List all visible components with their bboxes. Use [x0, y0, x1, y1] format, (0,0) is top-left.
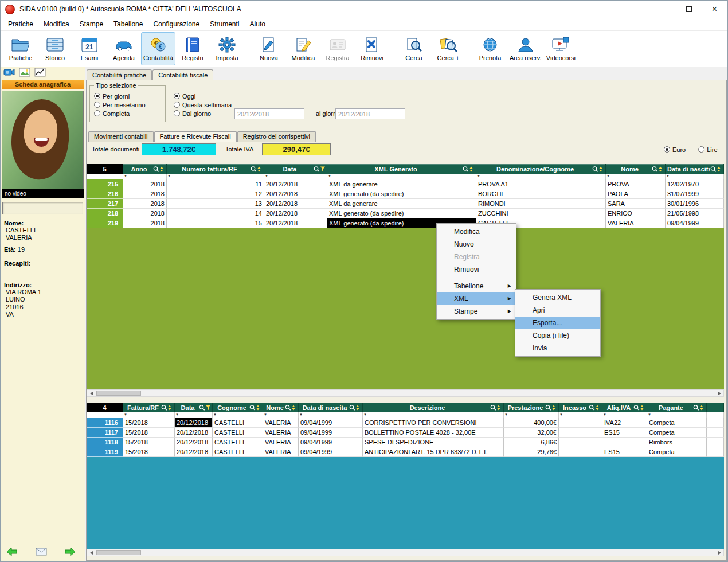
- radio-per-mese-anno[interactable]: Per mese/anno: [94, 100, 146, 109]
- cell[interactable]: 09/04/1999: [299, 418, 363, 428]
- cell[interactable]: 14: [167, 209, 264, 218]
- cell[interactable]: 20/12/2018: [175, 438, 213, 447]
- column-header-data-di-nascita[interactable]: Data di nascita: [666, 164, 724, 174]
- filter-cell[interactable]: ▼: [264, 174, 327, 179]
- picture-icon[interactable]: [19, 68, 30, 79]
- cell[interactable]: VALERIA: [263, 438, 299, 447]
- cell[interactable]: RIMONDI: [476, 199, 606, 209]
- horizontal-scrollbar[interactable]: [87, 389, 724, 397]
- cell[interactable]: XML generato (da spedire): [327, 209, 476, 218]
- cell[interactable]: ZUCCHINI: [476, 209, 606, 218]
- webcam-icon[interactable]: [3, 68, 15, 79]
- cell[interactable]: 31/07/1999: [666, 189, 724, 199]
- toolbar-videocorsi[interactable]: Videocorsi: [543, 32, 578, 65]
- tab-contabilita-fiscale[interactable]: Contabilità fiscale: [152, 69, 213, 80]
- menu-pratiche[interactable]: Pratiche: [3, 18, 38, 30]
- cell[interactable]: 15/2018: [123, 447, 175, 457]
- row-219[interactable]: 21920181520/12/2018XML generato (da sped…: [87, 218, 724, 228]
- envelope-icon[interactable]: [36, 548, 47, 558]
- cell[interactable]: ANTICIPAZIONI ART. 15 DPR 633/72 D.T.T.: [363, 447, 504, 457]
- filter-cell[interactable]: ▼: [559, 412, 602, 418]
- chart-icon[interactable]: [34, 68, 46, 79]
- column-sort-icon[interactable]: [349, 404, 361, 411]
- column-sort-icon[interactable]: [589, 404, 600, 411]
- toolbar-area-riserv[interactable]: Area riserv.: [507, 32, 543, 65]
- cell[interactable]: VALERIA: [606, 218, 666, 228]
- column-sort-icon[interactable]: [633, 404, 645, 411]
- column-header-pagante[interactable]: Pagante: [647, 403, 707, 412]
- cell[interactable]: ES15: [602, 447, 647, 457]
- menu-item-stampe[interactable]: Stampe▶: [437, 305, 516, 318]
- cell[interactable]: 12/02/1970: [666, 179, 724, 189]
- column-header-prestazione[interactable]: Prestazione: [504, 403, 559, 412]
- toolbar-agenda[interactable]: Agenda: [107, 32, 141, 65]
- menu-stampe[interactable]: Stampe: [75, 18, 108, 30]
- cell[interactable]: 2018: [123, 179, 167, 189]
- cell[interactable]: 15: [167, 218, 264, 228]
- column-header-data-di-nascita[interactable]: Data di nascita: [299, 403, 363, 412]
- cell[interactable]: 12: [167, 189, 264, 199]
- filter-cell[interactable]: ▼: [123, 174, 167, 179]
- cell[interactable]: Competa: [647, 428, 707, 438]
- cell[interactable]: 09/04/1999: [299, 447, 363, 457]
- cell[interactable]: CASTELLI: [213, 447, 263, 457]
- al-giorno-input[interactable]: [335, 108, 405, 119]
- cell[interactable]: 20/12/2018: [175, 428, 213, 438]
- column-header-numero-fattura-rf[interactable]: Numero fattura/RF: [167, 164, 264, 174]
- menu-item-genera-xml[interactable]: Genera XML: [515, 291, 600, 304]
- column-header-fattura-rf[interactable]: Fattura/RF: [123, 403, 175, 412]
- cell[interactable]: 20/12/2018: [264, 209, 327, 218]
- cell[interactable]: 2018: [123, 199, 167, 209]
- column-sort-icon[interactable]: [251, 166, 262, 173]
- scroll-right-arrow[interactable]: [715, 390, 723, 396]
- scroll-track[interactable]: [95, 390, 715, 396]
- tab-contabilita-pratiche[interactable]: Contabilità pratiche: [87, 69, 152, 80]
- column-sort-icon[interactable]: [249, 404, 261, 411]
- radio-completa[interactable]: Completa: [94, 109, 146, 118]
- maximize-button[interactable]: [676, 1, 702, 18]
- cell[interactable]: SPESE DI SPEDIZIONE: [363, 438, 504, 447]
- column-header-aliq-iva[interactable]: Aliq.IVA: [602, 403, 647, 412]
- toolbar-storico[interactable]: Storico: [38, 32, 72, 65]
- filter-cell[interactable]: ▼: [602, 412, 647, 418]
- filter-cell[interactable]: ▼: [606, 174, 666, 179]
- radio-lire[interactable]: Lire: [698, 145, 717, 154]
- filter-cell[interactable]: ▼: [476, 174, 606, 179]
- cell[interactable]: VALERIA: [263, 418, 299, 428]
- cell[interactable]: CORRISPETTIVO PER CONVERSIONI: [363, 418, 504, 428]
- menu-item-apri[interactable]: Apri: [515, 304, 600, 317]
- cell[interactable]: [559, 447, 602, 457]
- toolbar-nuova[interactable]: Nuova: [252, 32, 286, 65]
- cell[interactable]: XML da generare: [327, 199, 476, 209]
- cell[interactable]: 15/2018: [123, 428, 175, 438]
- row-216[interactable]: 21620181220/12/2018XML generato (da sped…: [87, 189, 724, 199]
- column-sort-icon[interactable]: [710, 166, 722, 173]
- scroll-left-arrow[interactable]: [87, 549, 95, 556]
- cell[interactable]: 20/12/2018: [264, 179, 327, 189]
- menu-aiuto[interactable]: Aiuto: [245, 18, 271, 30]
- cell[interactable]: 30/01/1996: [666, 199, 724, 209]
- cell[interactable]: Competa: [647, 418, 707, 428]
- subtab-registro-dei-corrispettivi[interactable]: Registro dei corrispettivi: [237, 131, 316, 142]
- cell[interactable]: CASTELLI: [213, 428, 263, 438]
- menu-tabellone[interactable]: Tabellone: [108, 18, 148, 30]
- column-header-xml-generato[interactable]: XML Generato: [327, 164, 476, 174]
- menu-item-invia[interactable]: Invia: [515, 342, 600, 354]
- row-1118[interactable]: 111815/201820/12/2018CASTELLIVALERIA09/0…: [87, 438, 724, 447]
- scroll-thumb[interactable]: [96, 550, 141, 555]
- column-header-incasso[interactable]: Incasso: [559, 403, 602, 412]
- cell[interactable]: ES15: [602, 428, 647, 438]
- cell[interactable]: 13: [167, 199, 264, 209]
- cell[interactable]: SARA: [606, 199, 666, 209]
- menu-modifica[interactable]: Modifica: [38, 18, 75, 30]
- column-header-nome[interactable]: Nome: [263, 403, 299, 412]
- cell[interactable]: CASTELLI: [213, 418, 263, 428]
- close-button[interactable]: ×: [702, 1, 727, 18]
- toolbar-prenota[interactable]: Prenota: [473, 32, 507, 65]
- cell[interactable]: BOLLETTINO POSTALE 4028 - 32,00E: [363, 428, 504, 438]
- menu-item-modifica[interactable]: Modifica: [437, 225, 516, 238]
- radio-dal-giorno[interactable]: Dal giorno: [174, 109, 232, 118]
- filter-cell[interactable]: ▼: [123, 412, 175, 418]
- cell[interactable]: 20/12/2018: [264, 199, 327, 209]
- cell[interactable]: 15/2018: [123, 418, 175, 428]
